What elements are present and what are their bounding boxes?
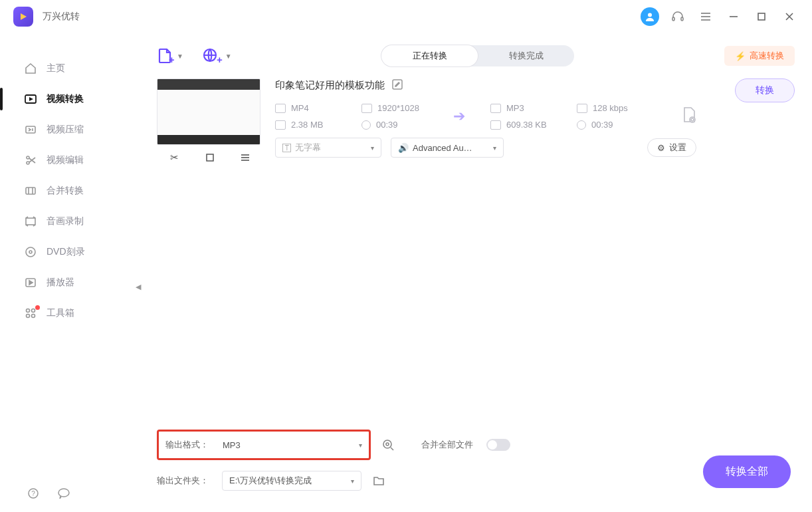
resolution-icon [361,104,372,113]
svg-rect-2 [672,17,674,21]
sidebar-item-player[interactable]: 播放器 [0,267,139,298]
sidebar-item-toolbox[interactable]: 工具箱 [0,298,139,328]
bottom-bar: 输出格式： MP3 ▾ 合并全部文件 输出文件夹： E:\万兴优转\转换完成 ▾ [157,422,795,501]
toolbox-icon [24,307,37,320]
app-title: 万兴优转 [43,11,80,23]
subtitle-select[interactable]: 🅃无字幕 ▾ [275,138,381,158]
video-convert-icon [24,92,37,106]
dst-size: 609.38 KB [506,120,547,130]
app-logo [13,7,33,27]
svg-rect-3 [681,17,683,21]
titlebar: 万兴优转 [0,0,812,33]
tab-converting[interactable]: 正在转换 [381,45,478,66]
more-icon[interactable] [235,149,255,166]
sidebar-item-dvd[interactable]: DVD刻录 [0,237,139,267]
add-file-button[interactable]: + ▼ [157,47,183,64]
edit-title-icon[interactable] [391,78,403,92]
svg-point-14 [27,156,29,159]
cut-icon[interactable]: ✂ [165,149,185,166]
src-resolution: 1920*1028 [377,103,419,113]
headset-icon[interactable] [668,7,687,26]
sidebar-item-merge[interactable]: 合并转换 [0,176,139,206]
sidebar-item-video-edit[interactable]: 视频编辑 [0,145,139,176]
sidebar-item-label: DVD刻录 [47,246,85,258]
svg-point-24 [27,309,30,313]
add-url-button[interactable]: + ▼ [202,47,232,65]
svg-point-20 [26,247,35,257]
chevron-down-icon: ▼ [177,53,183,60]
minimize-icon[interactable] [724,7,743,26]
chevron-down-icon: ▾ [371,144,374,152]
record-icon [24,215,37,228]
svg-rect-33 [207,154,213,161]
avatar[interactable] [641,7,659,26]
help-icon[interactable]: ? [24,484,43,503]
turbo-badge[interactable]: ⚡ 高速转换 [724,46,795,66]
crop-icon[interactable] [200,149,220,166]
gear-icon: ⚙ [657,143,665,153]
sidebar-item-label: 视频压缩 [47,124,84,136]
content-area: + ▼ + ▼ 正在转换 转换完成 ⚡ 高速转换 [140,33,812,512]
output-format-select[interactable]: MP3 ▾ [223,436,362,454]
svg-rect-8 [758,13,765,20]
svg-point-21 [29,251,32,253]
output-format-highlight: 输出格式： MP3 ▾ [157,430,371,460]
format-icon [490,104,501,113]
sidebar-item-home[interactable]: 主页 [0,53,139,84]
sidebar-item-record[interactable]: 音画录制 [0,206,139,237]
audio-select[interactable]: 🔊Advanced Au… ▾ [391,138,504,158]
tab-done[interactable]: 转换完成 [478,45,574,66]
svg-line-41 [391,448,393,450]
dst-duration: 00:39 [591,120,613,130]
open-folder-icon[interactable] [369,471,388,490]
preview-icon[interactable] [379,436,397,454]
output-folder-label: 输出文件夹： [157,475,214,487]
svg-point-26 [27,315,30,318]
sidebar: 主页 视频转换 视频压缩 视频编辑 合并转换 音画录制 DVD刻录 播放器 [0,33,140,512]
sidebar-item-label: 音画录制 [47,215,84,227]
compress-icon [24,123,37,136]
svg-rect-19 [26,218,35,225]
svg-marker-12 [29,97,33,101]
sidebar-item-label: 视频转换 [47,93,84,105]
sidebar-item-label: 工具箱 [47,307,74,319]
sidebar-item-video-compress[interactable]: 视频压缩 [0,114,139,145]
close-icon[interactable] [780,7,799,26]
feedback-icon[interactable] [54,484,73,503]
dst-bitrate: 128 kbps [593,103,628,113]
sidebar-item-label: 视频编辑 [47,154,84,166]
src-size: 2.38 MB [291,120,323,130]
video-thumbnail[interactable] [157,78,260,145]
player-icon [24,276,37,289]
svg-point-1 [648,13,652,17]
svg-point-42 [386,443,389,446]
dvd-icon [24,245,37,259]
convert-button[interactable]: 转换 [735,78,795,102]
sidebar-item-label: 播放器 [47,277,74,289]
item-settings-button[interactable]: ⚙ 设置 [647,138,696,157]
merge-icon [24,184,37,197]
merge-label: 合并全部文件 [421,439,473,451]
sidebar-item-label: 合并转换 [47,185,84,197]
chevron-down-icon: ▾ [359,442,362,449]
src-duration: 00:39 [376,120,398,130]
maximize-icon[interactable] [752,7,771,26]
file-title: 印象笔记好用的模板功能 [275,79,385,92]
sidebar-item-video-convert[interactable]: 视频转换 [0,84,139,114]
home-icon [24,62,37,75]
file-item: ✂ 印象笔记好用的模板功能 MP4 2.38 MB 1920*1028 [157,78,795,166]
svg-marker-23 [29,281,33,285]
svg-point-27 [32,315,35,318]
menu-icon[interactable] [696,7,715,26]
chevron-down-icon: ▾ [351,477,354,485]
output-folder-select[interactable]: E:\万兴优转\转换完成 ▾ [222,471,361,491]
svg-text:?: ? [31,490,35,497]
svg-marker-0 [21,13,27,20]
svg-point-38 [690,117,695,122]
page-settings-icon[interactable] [682,106,696,127]
convert-all-button[interactable]: 转换全部 [703,455,791,488]
size-icon [275,120,286,130]
bitrate-icon [577,104,587,113]
merge-toggle[interactable] [486,439,510,451]
sidebar-item-label: 主页 [47,63,65,74]
